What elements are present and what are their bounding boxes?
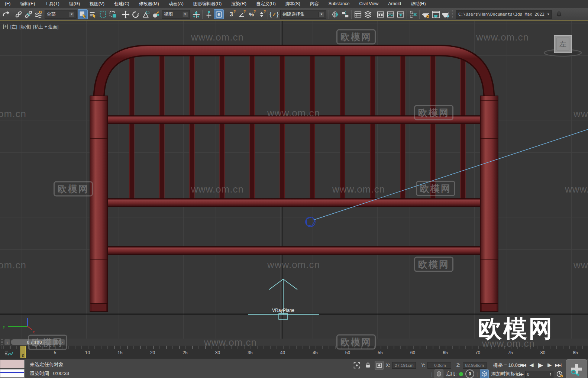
mini-curve-editor-button[interactable] [4, 350, 14, 358]
select-manipulate-icon[interactable] [204, 9, 214, 19]
chevron-down-icon: ▼ [182, 12, 188, 17]
current-frame-marker[interactable]: 0 [20, 346, 26, 358]
macro-recorder-pane[interactable] [0, 360, 25, 368]
set-key-button[interactable] [566, 359, 587, 378]
viewport-menu-general[interactable]: [+] [3, 24, 8, 30]
schematic-view-icon[interactable] [395, 9, 406, 19]
named-selection-sets-icon[interactable]: {} [269, 9, 279, 19]
window-crossing-icon[interactable] [108, 9, 118, 19]
menu-item-8[interactable]: 图形编辑器(D) [188, 0, 227, 8]
menu-item-9[interactable]: 渲染(R) [226, 0, 251, 8]
align-icon[interactable] [340, 9, 350, 19]
use-pivot-center-icon[interactable] [191, 9, 201, 19]
link-icon[interactable] [13, 9, 23, 19]
menu-item-15[interactable]: Arnold [383, 0, 406, 8]
curve-editor-icon[interactable] [385, 9, 395, 19]
ruler-tick-15: 15 [117, 350, 122, 355]
viewport-left[interactable]: [+] [左] [标准] [粘土 + 边面] [0, 21, 588, 339]
zero-badge[interactable]: 0 [465, 369, 474, 378]
menu-item-1[interactable]: 编辑(E) [15, 0, 40, 8]
viewport-menu-shading[interactable]: [粘土 + 边面] [33, 24, 58, 30]
z-coordinate-field[interactable]: 82.958cm [463, 362, 487, 369]
material-editor-icon[interactable] [421, 9, 431, 19]
time-tag-cube-icon[interactable] [480, 369, 489, 378]
spinner-snap-icon[interactable]: ? [256, 9, 266, 19]
angle-snap-icon[interactable]: ? [236, 9, 246, 19]
menu-item-0[interactable]: (F) [0, 0, 15, 8]
ruler-tick-35: 35 [248, 350, 252, 355]
helper-sphere [306, 217, 315, 227]
viewport-menu-standard[interactable]: [标准] [19, 24, 31, 30]
viewcube[interactable]: 左 [544, 35, 581, 56]
menu-item-6[interactable]: 修改器(M) [134, 0, 164, 8]
axis-tripod: y x [3, 318, 35, 335]
menu-item-2[interactable]: 工具(T) [40, 0, 64, 8]
menu-item-13[interactable]: Substance [324, 0, 355, 8]
menu-item-3[interactable]: 组(G) [64, 0, 85, 8]
go-to-start-button[interactable]: |◀◀ [518, 361, 528, 369]
track-bar[interactable]: 510152025303540455055606570758085 0 [0, 346, 588, 359]
menu-item-16[interactable]: 帮助(H) [406, 0, 431, 8]
ribbon-toggle-icon[interactable] [375, 9, 385, 19]
time-slider[interactable]: 0 / 100 [11, 339, 58, 345]
snap-toggle-3d-icon[interactable]: 3? [226, 9, 236, 19]
next-frame-button[interactable]: ||▶ [545, 361, 553, 369]
redo-icon[interactable] [1, 9, 11, 19]
project-path-field[interactable]: C:\Users\Han\Documents\3ds Max 2022 ▼ [456, 10, 552, 19]
render-production-icon[interactable] [441, 9, 451, 19]
bind-spacewarp-icon[interactable] [33, 9, 43, 19]
menu-item-14[interactable]: Civil View [354, 0, 383, 8]
scene-states-icon[interactable] [408, 9, 418, 19]
notification-bell-icon[interactable] [554, 9, 564, 19]
toolbar-grip[interactable] [1, 339, 3, 345]
menu-item-12[interactable]: 内容 [305, 0, 324, 8]
menu-item-7[interactable]: 动画(A) [164, 0, 188, 8]
unlink-icon[interactable] [23, 9, 33, 19]
select-rotate-icon[interactable] [130, 9, 140, 19]
spinner-icon[interactable]: ▲▼ [549, 372, 552, 376]
fence-vertical-bars [129, 56, 465, 204]
viewport-menu-pov[interactable]: [左] [10, 24, 17, 30]
menu-item-4[interactable]: 视图(V) [85, 0, 109, 8]
frame-back-button[interactable]: ‹ [4, 339, 10, 345]
menu-item-10[interactable]: 自定义(U) [251, 0, 281, 8]
select-scale-icon[interactable] [140, 9, 151, 19]
percent-snap-icon[interactable]: %? [246, 9, 256, 19]
maxscript-listener-pane[interactable] [0, 369, 25, 378]
y-coordinate-field[interactable]: -0.0cm [427, 362, 451, 369]
mirror-icon[interactable] [330, 9, 340, 19]
menu-item-11[interactable]: 脚本(S) [281, 0, 305, 8]
select-by-name-icon[interactable] [88, 9, 98, 19]
go-to-end-button[interactable]: ▶▶| [553, 361, 563, 369]
selection-set-dropdown[interactable]: 创建选择集 ▼ [280, 10, 326, 19]
current-frame-field[interactable]: 0 ▲▼ [525, 371, 553, 378]
chevron-down-icon: ▼ [69, 12, 74, 17]
menu-item-5[interactable]: 创建(C) [109, 0, 134, 8]
time-slider-row: ‹ 0 / 100 › [0, 339, 588, 346]
play-button[interactable]: ▶ [536, 361, 545, 369]
render-setup-icon[interactable] [431, 9, 441, 19]
select-move-icon[interactable] [120, 9, 130, 19]
selection-region-icon[interactable] [98, 9, 108, 19]
ruler-tick-65: 65 [443, 350, 448, 355]
y-label: Y: [421, 363, 425, 368]
time-configuration-icon[interactable] [555, 370, 564, 378]
key-mode-toggle[interactable]: ◀▶ [519, 372, 523, 376]
scene-explorer-icon[interactable] [353, 9, 363, 19]
selection-filter-dropdown[interactable]: 全部 ▼ [45, 10, 77, 19]
frame-forward-button[interactable]: › [59, 339, 65, 345]
layer-explorer-icon[interactable] [363, 9, 373, 19]
absolute-mode-toggle[interactable] [375, 361, 384, 370]
select-place-icon[interactable] [151, 9, 161, 19]
select-object-button[interactable] [78, 9, 88, 19]
x-coordinate-field[interactable]: 27.191cm [392, 362, 416, 369]
previous-frame-button[interactable]: ◀|| [528, 361, 536, 369]
keyboard-override-button[interactable] [214, 9, 224, 19]
reference-coordinate-dropdown[interactable]: 视图 ▼ [162, 10, 190, 19]
add-time-tag[interactable]: 添加时间标记 [491, 371, 520, 377]
status-green-dot [459, 372, 463, 376]
shield-icon[interactable] [434, 369, 443, 378]
selection-lock-icon[interactable] [364, 361, 372, 370]
render-time-label: 渲染时间 [30, 371, 49, 376]
isolate-selection-icon[interactable] [352, 361, 361, 370]
